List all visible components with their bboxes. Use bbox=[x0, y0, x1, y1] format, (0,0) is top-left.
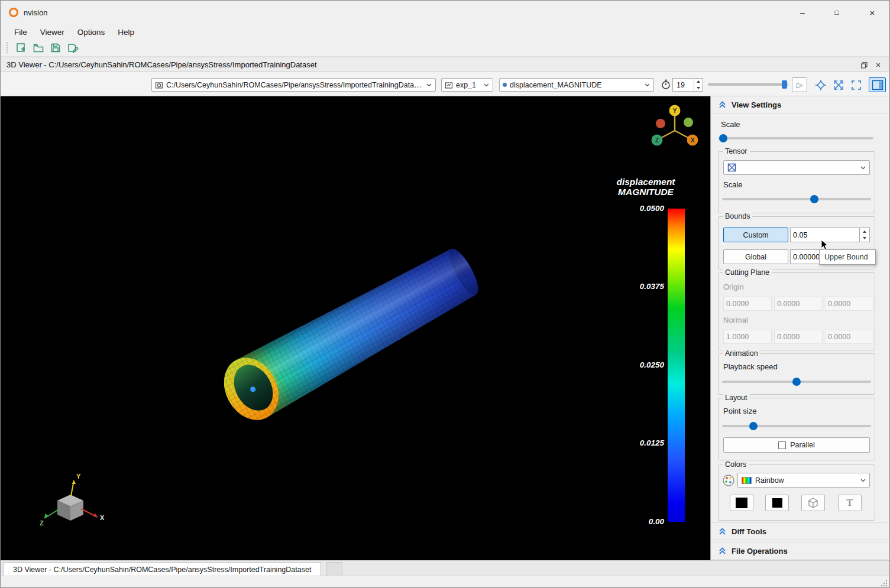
fullscreen-icon bbox=[850, 79, 862, 91]
playback-speed-slider[interactable] bbox=[722, 378, 871, 386]
diff-tools-header[interactable]: Diff Tools bbox=[711, 522, 890, 540]
cube-x-label: X bbox=[100, 514, 105, 521]
legend-tick: 0.0500 bbox=[617, 204, 664, 213]
experiment-value: exp_1 bbox=[456, 81, 476, 89]
menu-options[interactable]: Options bbox=[71, 25, 112, 39]
viewport-3d[interactable]: displacement MAGNITUDE 0.0500 0.0375 0.0… bbox=[1, 96, 710, 560]
origin-z-input[interactable] bbox=[825, 297, 873, 311]
timestep-spinner bbox=[694, 79, 703, 91]
timestep-spinbox[interactable]: 19 bbox=[672, 78, 703, 92]
toolbar-grip[interactable] bbox=[7, 43, 8, 53]
dataset-path-value: C:/Users/CeyhunSahin/ROMCases/Pipe/ansys… bbox=[166, 81, 423, 89]
parallel-projection-toggle[interactable]: Parallel bbox=[723, 437, 870, 453]
spin-up-button[interactable] bbox=[860, 228, 869, 235]
mesh-color-button[interactable] bbox=[765, 495, 789, 511]
dataset-path-combobox[interactable]: C:/Users/CeyhunSahin/ROMCases/Pipe/ansys… bbox=[151, 78, 436, 92]
save-as-button[interactable] bbox=[66, 41, 80, 55]
colors-group: Colors Rainbow T bbox=[718, 464, 875, 521]
chevron-down-icon bbox=[860, 166, 866, 170]
point-size-slider[interactable] bbox=[722, 422, 871, 430]
experiment-combobox[interactable]: exp_1 bbox=[441, 78, 493, 92]
viewer-close-button[interactable]: × bbox=[872, 59, 885, 71]
legend-tick: 0.00 bbox=[617, 517, 664, 526]
origin-x-input[interactable] bbox=[723, 297, 772, 311]
collapse-chevrons-icon bbox=[719, 101, 726, 109]
triad-ball-red[interactable] bbox=[656, 119, 665, 128]
play-button[interactable]: ▷ bbox=[792, 77, 807, 92]
spin-up-button[interactable] bbox=[694, 79, 703, 85]
spin-up-icon bbox=[697, 80, 700, 83]
menu-help[interactable]: Help bbox=[111, 25, 141, 39]
normal-y-input[interactable] bbox=[774, 330, 823, 344]
maximize-button[interactable]: □ bbox=[823, 1, 850, 24]
tab-stub[interactable] bbox=[326, 562, 342, 576]
tensor-scale-slider[interactable] bbox=[722, 195, 871, 203]
viewer-window-title: 3D Viewer - C:/Users/CeyhunSahin/ROMCase… bbox=[7, 60, 317, 69]
scale-label: Scale bbox=[721, 120, 740, 129]
normal-z-input[interactable] bbox=[825, 330, 873, 344]
chevron-down-icon bbox=[860, 479, 866, 482]
parallel-checkbox[interactable] bbox=[778, 441, 786, 449]
axis-cube[interactable]: Y X Z bbox=[40, 472, 111, 543]
menu-viewer[interactable]: Viewer bbox=[34, 25, 71, 39]
minimize-button[interactable]: – bbox=[789, 1, 816, 24]
triad-y-label: Y bbox=[673, 108, 677, 114]
legend-tick: 0.0125 bbox=[617, 438, 664, 447]
triad-ball-green[interactable] bbox=[684, 118, 693, 127]
main-toolbar bbox=[1, 40, 889, 57]
tensor-glyph-icon bbox=[727, 163, 736, 172]
orientation-triad[interactable]: Y X Z bbox=[643, 100, 708, 165]
field-value: displacement_MAGNITUDE bbox=[510, 81, 602, 89]
scale-slider[interactable] bbox=[719, 134, 873, 142]
solid-color-button[interactable] bbox=[801, 495, 825, 511]
black-color-swatch bbox=[736, 498, 747, 508]
fit-view-button[interactable] bbox=[813, 77, 828, 92]
slider-groove[interactable] bbox=[708, 83, 788, 86]
expand-view-button[interactable] bbox=[831, 77, 846, 92]
close-button[interactable]: × bbox=[859, 1, 886, 24]
view-settings-header[interactable]: View Settings bbox=[711, 96, 890, 114]
upper-bound-tooltip: Upper Bound bbox=[819, 249, 876, 265]
toggle-panel-button[interactable] bbox=[869, 77, 886, 92]
spin-down-button[interactable] bbox=[860, 235, 869, 242]
viewer-tab[interactable]: 3D Viewer - C:/Users/CeyhunSahin/ROMCase… bbox=[3, 562, 321, 576]
spin-down-icon bbox=[863, 237, 866, 239]
menu-file[interactable]: File bbox=[8, 25, 34, 39]
spin-down-button[interactable] bbox=[694, 85, 703, 92]
app-window: nvision – □ × File Viewer Options Help 3… bbox=[0, 0, 890, 588]
custom-bounds-button[interactable]: Custom bbox=[723, 228, 788, 242]
work-area: displacement MAGNITUDE 0.0500 0.0375 0.0… bbox=[1, 96, 890, 560]
save-button[interactable] bbox=[48, 41, 63, 55]
pipe-geometry bbox=[213, 239, 487, 430]
normal-label: Normal bbox=[723, 316, 748, 324]
resize-grip[interactable] bbox=[880, 579, 888, 587]
float-window-button[interactable] bbox=[857, 59, 870, 71]
viewer-window-titlebar[interactable]: 3D Viewer - C:/Users/CeyhunSahin/ROMCase… bbox=[1, 57, 889, 72]
colormap-combobox[interactable]: Rainbow bbox=[737, 473, 870, 488]
field-dot-icon bbox=[503, 83, 507, 87]
slider-handle[interactable] bbox=[782, 80, 787, 89]
open-folder-icon bbox=[33, 42, 44, 54]
fullscreen-button[interactable] bbox=[849, 77, 864, 92]
open-button[interactable] bbox=[31, 41, 46, 55]
normal-x-input[interactable] bbox=[723, 330, 772, 344]
colormap-value: Rainbow bbox=[755, 476, 784, 485]
tensor-glyph-combobox[interactable] bbox=[723, 160, 870, 175]
chevron-down-icon bbox=[645, 83, 650, 87]
panel-layout-icon bbox=[872, 80, 883, 90]
point-size-label: Point size bbox=[723, 407, 756, 415]
legend-tick: 0.0375 bbox=[617, 282, 664, 291]
background-color-button[interactable] bbox=[730, 495, 753, 511]
new-project-button[interactable] bbox=[14, 41, 28, 55]
text-color-button[interactable]: T bbox=[838, 495, 862, 511]
origin-y-input[interactable] bbox=[774, 297, 823, 311]
field-combobox[interactable]: displacement_MAGNITUDE bbox=[499, 78, 654, 92]
global-bounds-button[interactable]: Global bbox=[723, 249, 788, 264]
file-operations-header[interactable]: File Operations bbox=[711, 542, 890, 560]
restore-icon bbox=[861, 62, 868, 69]
cube-z-label: Z bbox=[40, 519, 44, 527]
tensor-scale-label: Scale bbox=[723, 180, 743, 189]
timestep-slider[interactable] bbox=[708, 80, 788, 89]
upper-bound-spinner bbox=[860, 228, 870, 242]
cube-y-label: Y bbox=[76, 473, 81, 480]
